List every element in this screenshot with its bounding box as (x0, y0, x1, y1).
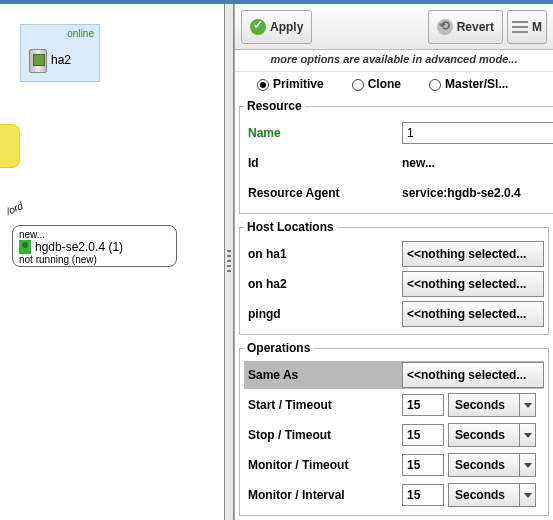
service-name-label: hgdb-se2.0.4 (1) (35, 240, 123, 254)
topology-canvas[interactable]: online ha2 /ord new... hgdb-se2.0.4 (1) … (0, 4, 224, 520)
op-label: Start / Timeout (244, 398, 402, 412)
hostloc-select-ha1[interactable]: <<nothing selected... (402, 241, 544, 267)
menu-icon (512, 21, 528, 33)
resource-legend: Resource (244, 99, 305, 113)
resource-type-radios: Primitive Clone Master/Sl... (235, 72, 553, 97)
menu-abbrev: M (532, 20, 542, 34)
service-running-icon (19, 240, 31, 254)
start-timeout-input[interactable] (402, 394, 444, 416)
id-value: new... (402, 156, 435, 170)
radio-icon (257, 79, 269, 91)
name-label: Name (244, 126, 402, 140)
toolbar: Apply Revert M (235, 4, 553, 50)
radio-icon (352, 79, 364, 91)
resource-group: Resource Name Id new... Resource Agent s… (239, 99, 553, 214)
monitor-timeout-input[interactable] (402, 454, 444, 476)
server-icon (29, 49, 47, 73)
radio-icon (429, 79, 441, 91)
agent-label: Resource Agent (244, 186, 402, 200)
host-status-label: online (67, 28, 94, 39)
start-timeout-unit[interactable]: Seconds (448, 393, 520, 417)
op-label: Monitor / Timeout (244, 458, 402, 472)
name-input[interactable] (402, 122, 553, 144)
host-locations-group: Host Locations on ha1 <<nothing selected… (239, 220, 549, 335)
chevron-down-icon[interactable] (520, 453, 536, 477)
monitor-interval-input[interactable] (402, 484, 444, 506)
service-status-label: not running (new) (19, 254, 170, 265)
radio-master-slave[interactable]: Master/Sl... (429, 77, 508, 91)
apply-label: Apply (270, 20, 303, 34)
pane-splitter[interactable] (224, 4, 234, 520)
ord-edge-label: /ord (4, 200, 24, 217)
service-new-label: new... (19, 229, 170, 240)
hostloc-label: on ha2 (244, 277, 402, 291)
check-icon (250, 19, 266, 35)
op-label: Monitor / Interval (244, 488, 402, 502)
id-label: Id (244, 156, 402, 170)
hostloc-select-pingd[interactable]: <<nothing selected... (402, 301, 544, 327)
op-label: Stop / Timeout (244, 428, 402, 442)
host-locations-legend: Host Locations (244, 220, 337, 234)
chevron-down-icon[interactable] (520, 423, 536, 447)
operations-legend: Operations (244, 341, 313, 355)
revert-button[interactable]: Revert (428, 10, 503, 44)
revert-label: Revert (457, 20, 494, 34)
hostloc-select-ha2[interactable]: <<nothing selected... (402, 271, 544, 297)
host-name-label: ha2 (51, 53, 71, 67)
same-as-select[interactable]: <<nothing selected... (402, 362, 544, 388)
more-options-hint: more options are available in advanced m… (235, 50, 553, 71)
host-node-ha2[interactable]: online ha2 (20, 24, 100, 82)
radio-clone[interactable]: Clone (352, 77, 401, 91)
hostloc-label: pingd (244, 307, 402, 321)
chevron-down-icon[interactable] (520, 483, 536, 507)
radio-primitive[interactable]: Primitive (257, 77, 324, 91)
stop-timeout-input[interactable] (402, 424, 444, 446)
agent-value: service:hgdb-se2.0.4 (402, 186, 521, 200)
operations-group: Operations Same As <<nothing selected...… (239, 341, 549, 516)
grip-icon (227, 250, 231, 274)
revert-icon (437, 19, 453, 35)
same-as-label: Same As (244, 368, 402, 382)
hostloc-label: on ha1 (244, 247, 402, 261)
service-node[interactable]: new... hgdb-se2.0.4 (1) not running (new… (12, 225, 177, 267)
monitor-interval-unit[interactable]: Seconds (448, 483, 520, 507)
stop-timeout-unit[interactable]: Seconds (448, 423, 520, 447)
properties-pane: Apply Revert M more options are availabl… (234, 4, 553, 520)
group-blob[interactable] (0, 124, 20, 168)
chevron-down-icon[interactable] (520, 393, 536, 417)
monitor-timeout-unit[interactable]: Seconds (448, 453, 520, 477)
apply-button[interactable]: Apply (241, 10, 312, 44)
menu-button[interactable]: M (507, 10, 547, 44)
